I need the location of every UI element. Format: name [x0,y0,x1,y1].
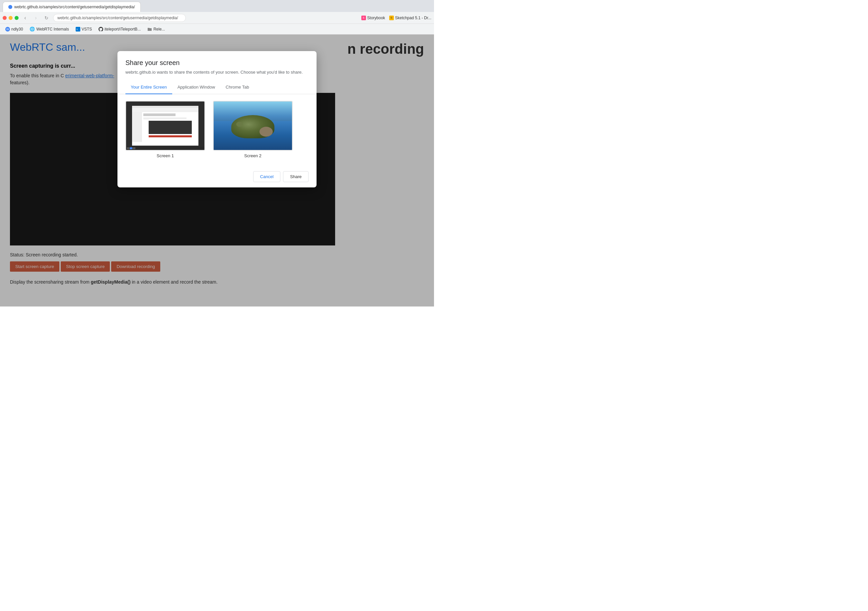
tab-label: webrtc.github.io/samples/src/content/get… [14,5,135,9]
screen1-menubar [132,106,198,108]
vsts-icon: V [76,27,80,31]
screen1-taskbar [126,147,205,150]
tab-app-window[interactable]: Application Window [172,80,220,94]
bookmark-folder[interactable]: Rele... [145,26,167,33]
screen2-label: Screen 2 [244,153,262,158]
screen2-thumbnail [213,101,293,151]
share-button[interactable]: Share [283,171,308,182]
browser-chrome: ‹ › ↻ webrtc.github.io/samples/src/conte… [0,12,434,24]
address-text: webrtc.github.io/samples/src/content/get… [57,15,178,20]
active-tab[interactable]: webrtc.github.io/samples/src/content/get… [3,2,141,12]
sketchpad-icon: S [389,15,394,20]
bookmark-ndly30-icon: W [5,27,10,31]
sketchpad-label: Sketchpad 5.1 - Dr... [395,15,431,20]
bookmark-vsts-label: VSTS [82,27,92,31]
sketchpad-bookmark[interactable]: S Sketchpad 5.1 - Dr... [389,15,431,20]
screen1-item[interactable]: Screen 1 [126,101,205,161]
bookmark-vsts[interactable]: V VSTS [73,26,95,33]
screen2-item[interactable]: Screen 2 [213,101,293,161]
folder-icon [147,27,152,31]
dialog-footer: Cancel Share [118,167,316,187]
bookmark-webrtc-icon: 🌐 [29,26,35,31]
taskbar-icon3 [133,147,135,149]
screen2-island [231,115,274,138]
screen1-line1 [143,113,175,116]
tab-chrome-tab[interactable]: Chrome Tab [220,80,254,94]
bookmark-ndly30[interactable]: W ndly30 [3,26,26,33]
bookmark-folder-label: Rele... [153,27,165,31]
tab-entire-screen[interactable]: Your Entire Screen [126,80,172,94]
screen1-main [142,112,198,142]
screen-grid: Screen 1 Screen 2 [118,94,316,167]
bookmark-ndly30-label: ndly30 [11,27,23,31]
bookmark-webrtc-label: WebRTC Internals [36,27,69,31]
screen1-label: Screen 1 [157,153,174,158]
dialog-subtitle: webrtc.github.io wants to share the cont… [126,69,308,75]
screen2-island-container [231,115,274,138]
back-button[interactable]: ‹ [21,14,29,22]
dialog-header: Share your screen webrtc.github.io wants… [118,51,316,78]
screen1-content [132,106,198,145]
storybook-label: Storybook [367,15,385,20]
reload-button[interactable]: ↻ [42,14,50,22]
page-content: WebRTC sam... n recording Screen capturi… [0,34,434,306]
window-minimize[interactable] [9,16,12,20]
screen1-red-bar [149,135,192,137]
share-screen-dialog: Share your screen webrtc.github.io wants… [118,51,316,187]
forward-button[interactable]: › [32,14,40,22]
cancel-button[interactable]: Cancel [253,171,281,182]
screen1-toolbar [132,109,198,112]
storybook-bookmark[interactable]: S Storybook [361,15,385,20]
dialog-title: Share your screen [126,59,308,67]
dialog-tabs: Your Entire Screen Application Window Ch… [118,80,316,94]
bookmark-webrtc[interactable]: 🌐 WebRTC Internals [27,25,71,33]
tab-favicon [8,5,12,9]
screen1-thumbnail [126,101,205,151]
taskbar-icon1 [127,147,129,149]
taskbar-icon2 [130,147,132,149]
bookmarks-bar: W ndly30 🌐 WebRTC Internals V VSTS itele… [0,24,434,34]
address-bar[interactable]: webrtc.github.io/samples/src/content/get… [53,14,186,22]
screen1-dark-box [149,121,192,134]
bookmark-github[interactable]: iteleport/iTeleportB... [96,26,143,33]
screen1-line2 [143,118,186,119]
island-rock-right [259,127,273,137]
window-close[interactable] [3,16,7,20]
screen1-body [132,112,198,142]
screen1-sidebar [132,112,142,142]
island-bush [236,122,243,127]
github-icon [99,27,103,31]
bookmark-github-label: iteleport/iTeleportB... [104,27,141,31]
storybook-icon: S [361,15,366,20]
tab-bar: webrtc.github.io/samples/src/content/get… [0,0,434,12]
window-maximize[interactable] [15,16,19,20]
svg-text:V: V [76,28,78,31]
